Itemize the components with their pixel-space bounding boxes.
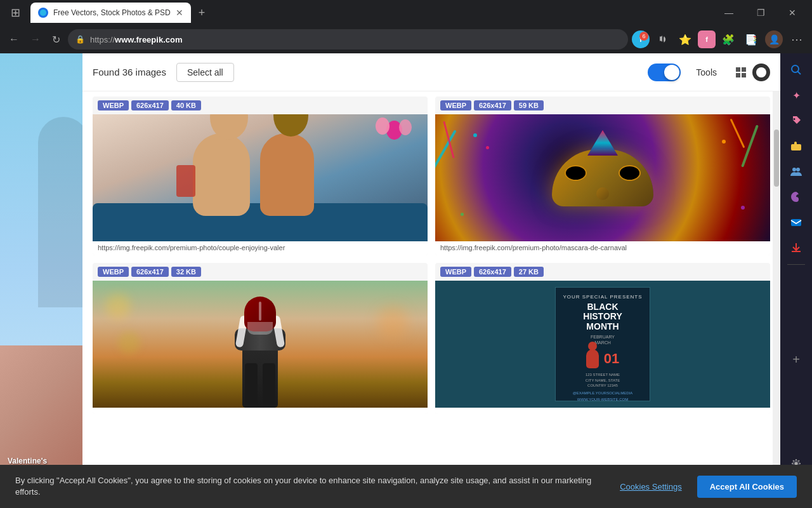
- image-grid: WEBP 626x417 40 KB: [82, 91, 780, 485]
- tag-kb-4: 27 KB: [514, 267, 544, 277]
- page-content: Valentine's inspiration Found 36 images …: [0, 53, 812, 485]
- svg-point-0: [40, 10, 46, 16]
- minimize-button[interactable]: —: [714, 3, 743, 23]
- sidebar-tag-icon[interactable]: [785, 109, 808, 132]
- image-url-football: [93, 408, 428, 414]
- address-bar[interactable]: 🔒 https://www.freepik.com: [68, 29, 628, 50]
- right-sidebar: ✦ +: [780, 53, 812, 485]
- tag-webp-3: WEBP: [98, 267, 129, 277]
- tag-size-3: 626x417: [131, 267, 169, 277]
- forward-button[interactable]: →: [27, 30, 44, 49]
- view-buttons: [732, 64, 770, 81]
- svg-rect-4: [742, 73, 746, 77]
- extensions-icon[interactable]: 🧩: [718, 29, 738, 50]
- toggle-switch[interactable]: [648, 64, 681, 81]
- favorites-icon[interactable]: ⭐: [675, 29, 695, 50]
- tag-size-4: 626x417: [474, 267, 511, 277]
- freepik-extension-icon[interactable]: f 6: [632, 30, 650, 48]
- select-all-button[interactable]: Select all: [176, 63, 234, 82]
- toolbar-icons: f 6 ⭐ f 🧩 📑 👤 ⋯: [632, 29, 807, 50]
- tag-webp-2: WEBP: [440, 100, 471, 110]
- toggle-container: [648, 64, 681, 81]
- svg-rect-3: [736, 73, 740, 77]
- avatar-image: 👤: [765, 30, 783, 48]
- svg-line-7: [798, 72, 801, 75]
- tools-button[interactable]: Tools: [691, 65, 722, 80]
- found-images-text: Found 36 images: [93, 67, 166, 77]
- browser-chrome: ⊞ Free Vectors, Stock Photos & PSD ✕ + —…: [0, 0, 812, 53]
- sidebar-users-icon[interactable]: [785, 160, 808, 183]
- sidebar-search-icon[interactable]: [785, 58, 808, 81]
- more-menu-button[interactable]: ⋯: [787, 29, 807, 50]
- maximize-button[interactable]: ❐: [746, 3, 775, 23]
- image-thumb-mask: [435, 114, 770, 241]
- image-card-couple[interactable]: WEBP 626x417 40 KB: [93, 97, 428, 255]
- main-panel: Found 36 images Select all Tools: [82, 53, 780, 485]
- collections-icon[interactable]: 📑: [741, 29, 761, 50]
- tab-favicon: [38, 8, 48, 18]
- image-url-bhm: [435, 408, 770, 414]
- image-thumb-football: [93, 281, 428, 408]
- cookie-settings-button[interactable]: Cookies Settings: [620, 482, 682, 491]
- toggle-knob: [664, 65, 679, 80]
- tab-close-button[interactable]: ✕: [176, 8, 183, 18]
- active-tab[interactable]: Free Vectors, Stock Photos & PSD ✕: [30, 3, 191, 23]
- svg-point-10: [796, 168, 800, 171]
- svg-point-5: [756, 67, 766, 77]
- address-bar-row: ← → ↻ 🔒 https://www.freepik.com f 6 ⭐ f …: [0, 25, 812, 53]
- svg-rect-8: [791, 144, 801, 150]
- svg-point-6: [792, 65, 799, 72]
- sidebar-toggle-icon[interactable]: ⊞: [5, 3, 25, 23]
- sidebar-palette-icon[interactable]: [785, 185, 808, 208]
- accept-cookies-button[interactable]: Accept All Cookies: [697, 476, 797, 498]
- image-tags-mask: WEBP 626x417 59 KB: [435, 97, 770, 114]
- image-thumb-couple: [93, 114, 428, 241]
- top-bar: Found 36 images Select all Tools: [82, 53, 780, 91]
- tag-size: 626x417: [131, 100, 169, 110]
- cookie-text: By clicking "Accept All Cookies", you ag…: [15, 475, 605, 498]
- image-grid-inner: WEBP 626x417 40 KB: [93, 97, 770, 414]
- badge-count: 6: [639, 32, 648, 41]
- refresh-button[interactable]: ↻: [48, 30, 64, 50]
- image-url-mask: https://img.freepik.com/premium-photo/ma…: [435, 241, 770, 255]
- tab-bar: Free Vectors, Stock Photos & PSD ✕ +: [25, 1, 714, 24]
- image-tags-football: WEBP 626x417 32 KB: [93, 263, 428, 281]
- back-button[interactable]: ←: [5, 30, 23, 49]
- scrollbar-track[interactable]: [773, 91, 780, 485]
- sidebar-download-icon[interactable]: [785, 236, 808, 259]
- tab-title: Free Vectors, Stock Photos & PSD: [53, 8, 171, 17]
- image-url-couple: https://img.freepik.com/premium-photo/co…: [93, 241, 428, 255]
- read-aloud-icon[interactable]: [652, 29, 672, 50]
- list-view-button[interactable]: [752, 64, 770, 81]
- image-card-bhm[interactable]: WEBP 626x417 27 KB YOUR SPECIAL PRESENTS…: [435, 263, 770, 414]
- grid-view-button[interactable]: [732, 64, 750, 81]
- tag-kb-2: 59 KB: [514, 100, 544, 110]
- title-bar: ⊞ Free Vectors, Stock Photos & PSD ✕ + —…: [0, 0, 812, 25]
- svg-rect-2: [742, 67, 746, 72]
- image-tags-couple: WEBP 626x417 40 KB: [93, 97, 428, 114]
- close-button[interactable]: ✕: [778, 3, 807, 23]
- sidebar-add-button[interactable]: +: [792, 352, 800, 367]
- address-text: https://www.freepik.com: [90, 35, 620, 44]
- sidebar-sparkle-icon[interactable]: ✦: [785, 84, 808, 107]
- svg-point-9: [792, 168, 796, 171]
- tag-kb-3: 32 KB: [171, 267, 201, 277]
- scrollbar-thumb[interactable]: [774, 130, 779, 187]
- image-thumb-bhm: YOUR SPECIAL PRESENTS BLACKHISTORYMONTH …: [435, 281, 770, 408]
- cookie-banner: By clicking "Accept All Cookies", you ag…: [0, 465, 812, 508]
- tag-webp: WEBP: [98, 100, 129, 110]
- svg-rect-1: [736, 67, 740, 72]
- tag-kb: 40 KB: [171, 100, 201, 110]
- new-tab-button[interactable]: +: [193, 4, 211, 22]
- sidebar-briefcase-icon[interactable]: [785, 135, 808, 157]
- sidebar-divider: [787, 264, 805, 265]
- image-card-mask[interactable]: WEBP 626x417 59 KB: [435, 97, 770, 255]
- window-controls: — ❐ ✕: [714, 3, 807, 23]
- freepik-page-icon[interactable]: f: [698, 30, 716, 48]
- sidebar-outlook-icon[interactable]: [785, 211, 808, 234]
- image-card-football[interactable]: WEBP 626x417 32 KB: [93, 263, 428, 414]
- lock-icon: 🔒: [75, 35, 85, 44]
- profile-avatar[interactable]: 👤: [764, 29, 784, 50]
- svg-rect-11: [791, 219, 801, 226]
- image-tags-bhm: WEBP 626x417 27 KB: [435, 263, 770, 281]
